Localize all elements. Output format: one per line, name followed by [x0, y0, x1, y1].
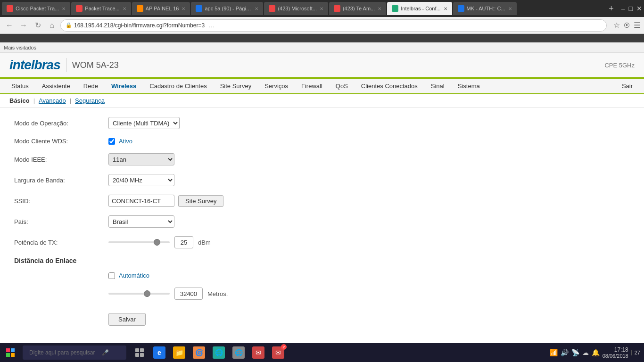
- sub-nav-item-segurança[interactable]: Segurança: [75, 97, 105, 104]
- back-button[interactable]: ←: [4, 20, 15, 31]
- pais-control: Brasil Estados Unidos Europa: [108, 215, 174, 228]
- browser-tab-tab6[interactable]: (423) Te Am... ✕: [329, 2, 386, 15]
- tab-favicon: [196, 5, 202, 12]
- potencia-tx-control: dBm: [108, 236, 211, 248]
- potencia-tx-slider[interactable]: [108, 241, 170, 243]
- minimize-button[interactable]: –: [621, 5, 625, 12]
- distancia-slider[interactable]: [108, 293, 170, 295]
- svg-rect-0: [6, 348, 10, 352]
- taskbar-badge-button[interactable]: ✉ 2: [269, 343, 288, 355]
- salvar-button[interactable]: Salvar: [108, 313, 146, 326]
- extensions-icon[interactable]: ⦿: [624, 22, 630, 29]
- nav-sair[interactable]: Sair: [615, 79, 639, 93]
- modo-cliente-wds-text: Ativo: [119, 138, 132, 145]
- start-button[interactable]: [0, 343, 21, 355]
- tab-favicon: [269, 5, 275, 12]
- nav-item-wireless[interactable]: Wireless: [105, 79, 143, 94]
- largura-banda-row: Largura de Banda: 20/40 MHz 20 MHz 40 MH…: [14, 174, 630, 186]
- network-icon[interactable]: 📶: [550, 349, 558, 355]
- modo-operacao-select[interactable]: Cliente (Multi TDMA) Ponto de Acesso Bri…: [108, 117, 180, 129]
- tab-close-button[interactable]: ✕: [123, 6, 126, 11]
- browser-tab-tab8[interactable]: MK - AUTH:: C... ✕: [453, 2, 517, 15]
- largura-banda-select[interactable]: 20/40 MHz 20 MHz 40 MHz: [108, 174, 174, 186]
- bookmarks-item[interactable]: Mais visitados: [4, 45, 36, 50]
- sub-nav-item-avançado[interactable]: Avançado: [39, 97, 66, 104]
- tab-close-button[interactable]: ✕: [255, 6, 258, 11]
- taskbar-app4-button[interactable]: 🌐: [209, 343, 228, 355]
- tab-favicon: [458, 5, 464, 12]
- distancia-value[interactable]: [174, 288, 203, 300]
- browser-tab-tab2[interactable]: Packet Trace... ✕: [71, 2, 131, 15]
- browser-tab-tab1[interactable]: Cisco Packet Tra... ✕: [2, 2, 70, 15]
- maximize-button[interactable]: □: [629, 5, 633, 12]
- bookmark-icon[interactable]: ☆: [613, 21, 620, 30]
- pais-select[interactable]: Brasil Estados Unidos Europa: [108, 215, 174, 228]
- tab-close-button[interactable]: ✕: [182, 6, 185, 11]
- modo-ieee-control: 11an 11a 11n: [108, 153, 174, 165]
- tab-close-button[interactable]: ✕: [62, 6, 66, 11]
- task-view-button[interactable]: [130, 343, 149, 355]
- tab-close-button[interactable]: ✕: [508, 6, 512, 11]
- nav-item-sistema[interactable]: Sistema: [451, 79, 487, 93]
- nav-item-qos[interactable]: QoS: [329, 79, 355, 93]
- modo-ieee-select[interactable]: 11an 11a 11n: [108, 153, 174, 165]
- ssid-control: Site Survey: [108, 195, 223, 207]
- tab-close-button[interactable]: ✕: [378, 6, 381, 11]
- taskbar-mail-button[interactable]: ✉: [249, 343, 268, 355]
- show-desktop-button[interactable]: 27: [631, 350, 640, 355]
- taskbar-search-bar[interactable]: 🎤: [23, 346, 126, 355]
- svg-rect-3: [11, 353, 15, 355]
- browser-tab-tab3[interactable]: AP PAINEL 16 ✕: [132, 2, 190, 15]
- nav-item-sinal[interactable]: Sinal: [424, 79, 451, 93]
- potencia-tx-value[interactable]: [174, 236, 193, 248]
- wifi-icon[interactable]: 📡: [571, 349, 579, 355]
- tab-close-button[interactable]: ✕: [444, 6, 447, 11]
- nav-item-serviços[interactable]: Serviços: [258, 79, 295, 93]
- taskbar-firefox-button[interactable]: 🌀: [190, 343, 208, 355]
- ssid-input[interactable]: [108, 195, 174, 207]
- forward-button[interactable]: →: [18, 20, 29, 31]
- nav-item-assistente[interactable]: Assistente: [35, 79, 77, 93]
- taskbar-right: 📶 🔊 📡 ☁ 🔔 17:18 08/06/2018 27: [546, 346, 644, 355]
- new-tab-button[interactable]: +: [605, 4, 618, 14]
- sub-nav-separator: |: [70, 97, 71, 104]
- taskbar-search-input[interactable]: [26, 346, 102, 355]
- tab-label: AP PAINEL 16: [146, 6, 179, 11]
- distancia-unit: Metros.: [207, 290, 228, 297]
- ssid-label: SSID:: [14, 197, 108, 205]
- largura-banda-control: 20/40 MHz 20 MHz 40 MHz: [108, 174, 174, 186]
- ie-icon: e: [153, 346, 165, 355]
- address-bar[interactable]: 🔒 168.195.44.218/cgi-bin/firmware.cgi?fo…: [60, 19, 607, 32]
- taskbar-explorer-button[interactable]: 📁: [170, 343, 189, 355]
- automatico-checkbox[interactable]: [108, 272, 115, 279]
- close-button[interactable]: ✕: [636, 5, 642, 12]
- modo-cliente-wds-checkbox[interactable]: [108, 138, 115, 145]
- nav-item-rede[interactable]: Rede: [77, 79, 105, 93]
- browser-tab-tab7[interactable]: Intelbras - Conf... ✕: [387, 2, 452, 15]
- nav-item-site-survey[interactable]: Site Survey: [214, 79, 258, 93]
- browser-tab-tab5[interactable]: (423) Microsoft... ✕: [264, 2, 328, 15]
- nav-item-firewall[interactable]: Firewall: [295, 79, 329, 93]
- taskbar-clock: 17:18 08/06/2018: [603, 346, 628, 355]
- taskbar: 🎤 e 📁 🌀 🌐 🌐 ✉ ✉: [0, 343, 644, 355]
- bookmarks-bar: Mais visitados: [0, 42, 644, 53]
- browser-tab-tab4[interactable]: apc 5a (90) - Página... ✕: [191, 2, 263, 15]
- taskbar-ie-button[interactable]: e: [150, 343, 169, 355]
- intelbras-logo: intelbras: [9, 58, 60, 73]
- nav-item-cadastro-de-clientes[interactable]: Cadastro de Clientes: [143, 79, 213, 93]
- automatico-control: Automático: [108, 272, 149, 279]
- nav-item-status[interactable]: Status: [5, 79, 35, 93]
- home-button[interactable]: ⌂: [46, 20, 58, 31]
- distancia-enlace-section: Distância do Enlace Automático Metros.: [14, 257, 630, 300]
- sub-nav-item-básico[interactable]: Básico: [9, 97, 30, 104]
- taskbar-app5-button[interactable]: 🌐: [229, 343, 248, 355]
- nav-item-clientes-conectados[interactable]: Clientes Conectados: [355, 79, 424, 93]
- reload-button[interactable]: ↻: [32, 20, 43, 31]
- page-header: intelbras WOM 5A-23 CPE 5GHz: [0, 53, 644, 79]
- notification-icon[interactable]: 🔔: [592, 349, 600, 355]
- volume-icon[interactable]: 🔊: [561, 349, 569, 355]
- tab-favicon: [137, 5, 143, 12]
- menu-icon[interactable]: ☰: [634, 21, 640, 30]
- tab-close-button[interactable]: ✕: [320, 6, 323, 11]
- site-survey-button[interactable]: Site Survey: [178, 195, 223, 207]
